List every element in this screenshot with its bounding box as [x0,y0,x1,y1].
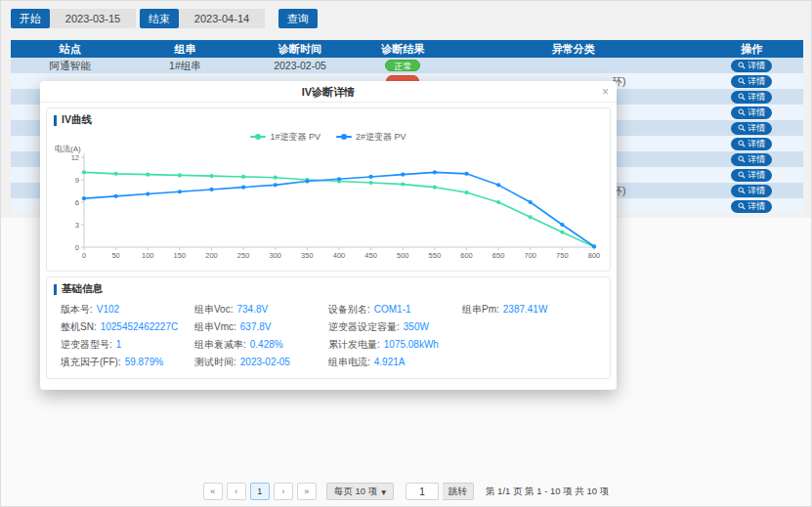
detail-button[interactable]: 详情 [731,106,772,119]
info-value: 4.921A [374,357,406,367]
svg-text:400: 400 [333,251,346,260]
jump-page-input[interactable] [406,483,439,500]
svg-text:750: 750 [556,251,569,260]
basic-info-grid: 版本号:V102组串Voc:734.8V设备别名:COM1-1组串Pm:2387… [47,299,610,378]
info-value: 1025452462227C [101,321,179,332]
end-date-input[interactable]: 2023-04-14 [179,9,265,28]
end-date-button[interactable]: 结束 [140,9,179,28]
legend-item[interactable]: 2#逆变器 PV [336,131,406,144]
start-date-button[interactable]: 开始 [11,9,50,28]
close-icon[interactable]: × [602,81,609,103]
detail-button[interactable]: 详情 [731,153,772,166]
cell-site: 阿通智能 [11,58,130,73]
info-item: 组串Pm:2387.41W [462,301,596,318]
detail-button[interactable]: 详情 [731,60,772,72]
detail-button-label: 详情 [748,185,765,197]
jump-button[interactable]: 跳转 [443,483,474,500]
header-anomaly-class: 异常分类 [447,40,701,58]
cell-operation: 详情 [701,58,803,73]
info-label: 累计发电量: [328,339,380,350]
info-item: 整机SN:1025452462227C [61,318,194,336]
page-size-label: 每页 10 项 [334,486,377,498]
detail-button-label: 详情 [748,60,765,72]
cell-operation: 详情 [701,136,803,151]
svg-text:700: 700 [524,251,536,260]
info-item: 逆变器设定容量:350W [328,318,462,336]
detail-button-label: 详情 [748,153,765,166]
cell-operation: 详情 [701,198,803,214]
info-item-empty [462,336,596,354]
filter-toolbar: 开始 2023-03-15 结束 2023-04-14 查询 [11,9,318,28]
info-label: 组串Vmc: [194,321,236,332]
pagination-bar: « ‹ 1 › » 每页 10 项 ▾ 跳转 第 1/1 页 第 1 - 10 … [1,483,811,500]
info-value: 1075.08kWh [384,339,439,350]
info-value: V102 [97,304,119,315]
cell-operation: 详情 [701,183,803,198]
info-value: COM1-1 [374,304,411,315]
detail-button[interactable]: 详情 [731,138,772,150]
info-label: 测试时间: [194,357,236,367]
header-site: 站点 [11,40,130,58]
info-item: 累计发电量:1075.08kWh [328,336,462,354]
svg-text:6: 6 [75,198,79,207]
detail-button[interactable]: 详情 [731,169,772,182]
table-row: 阿通智能1#组串2023-02-05正常详情 [11,58,803,73]
query-button[interactable]: 查询 [278,9,318,28]
info-value: 734.8V [236,304,268,315]
status-badge-normal: 正常 [385,60,420,71]
detail-button-label: 详情 [748,169,765,182]
detail-button[interactable]: 详情 [731,185,772,197]
page-number-button[interactable]: 1 [250,483,270,500]
svg-text:300: 300 [269,251,281,260]
detail-button[interactable]: 详情 [731,91,772,104]
info-item: 设备别名:COM1-1 [328,301,462,318]
svg-text:650: 650 [492,251,505,260]
info-item: 组串Voc:734.8V [194,301,328,318]
info-label: 组串电流: [328,357,370,367]
modal-header: IV诊断详情 × [40,81,617,103]
next-page-button[interactable]: › [274,483,293,500]
detail-button[interactable]: 详情 [731,75,772,88]
info-value: 350W [404,321,429,332]
magnifier-icon [738,202,746,210]
iv-curve-title-text: IV曲线 [62,113,92,127]
info-label: 逆变器型号: [61,339,112,350]
prev-page-button[interactable]: ‹ [227,483,246,500]
svg-text:250: 250 [237,251,250,260]
detail-button-label: 详情 [748,91,765,104]
legend-item[interactable]: 1#逆变器 PV [250,131,321,144]
modal-body: IV曲线 1#逆变器 PV2#逆变器 PV 电流(A)0369120501001… [40,103,617,390]
info-item: 组串衰减率:0.428% [194,336,328,354]
cell-diagnosis-result: 正常 [360,58,447,73]
cell-diagnosis-time: 2023-02-05 [240,58,360,73]
svg-text:9: 9 [75,176,79,185]
info-item: 测试时间:2023-02-05 [194,354,328,371]
svg-text:50: 50 [111,251,119,260]
detail-button[interactable]: 详情 [731,200,772,213]
info-label: 填充因子(FF): [61,357,121,367]
last-page-button[interactable]: » [297,483,317,500]
info-label: 设备别名: [328,304,370,315]
svg-text:150: 150 [174,251,187,260]
section-accent-bar [54,115,57,126]
info-item: 组串电流:4.921A [328,354,462,371]
page-size-select[interactable]: 每页 10 项 ▾ [326,483,394,500]
info-value: 2023-02-05 [240,357,290,367]
first-page-button[interactable]: « [203,483,223,500]
info-label: 整机SN: [61,321,97,332]
svg-text:600: 600 [460,251,473,260]
basic-info-section: 基础信息 版本号:V102组串Voc:734.8V设备别名:COM1-1组串Pm… [46,276,611,379]
magnifier-icon [738,171,746,179]
detail-button-label: 详情 [748,75,765,88]
detail-button[interactable]: 详情 [731,122,772,135]
pagination-summary: 第 1/1 页 第 1 - 10 项 共 10 项 [486,486,609,498]
info-item-empty [462,354,596,371]
svg-text:800: 800 [588,251,601,260]
detail-button-label: 详情 [748,138,765,150]
cell-operation: 详情 [701,73,803,89]
start-date-input[interactable]: 2023-03-15 [50,9,136,28]
cell-operation: 详情 [701,105,803,120]
svg-text:450: 450 [364,251,377,260]
svg-text:550: 550 [429,251,442,260]
legend-marker-icon [250,136,266,138]
